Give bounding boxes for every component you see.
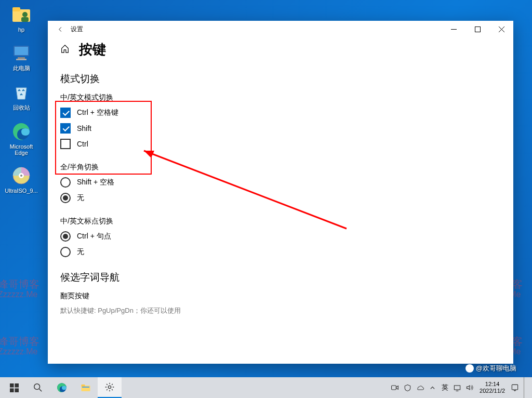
folder-user-icon bbox=[11, 4, 32, 25]
close-button[interactable] bbox=[489, 21, 513, 37]
taskbar-settings[interactable] bbox=[98, 377, 122, 398]
start-button[interactable] bbox=[2, 377, 26, 398]
svg-rect-21 bbox=[10, 388, 14, 392]
search-button[interactable] bbox=[26, 377, 50, 398]
desktop-icon-recycle-bin[interactable]: 回收站 bbox=[5, 82, 37, 112]
radio-shift-space[interactable]: Shift + 空格 bbox=[60, 177, 498, 188]
option-label: Shift bbox=[77, 124, 91, 132]
pageflip-hint: 默认快捷键: PgUp/PgDn；你还可以使用 bbox=[60, 306, 498, 315]
desktop-icon-label: 此电脑 bbox=[13, 64, 30, 72]
svg-rect-1 bbox=[12, 7, 20, 11]
option-label: Ctrl bbox=[77, 140, 88, 148]
group-cn-en-mode: 中/英文模式切换 Ctrl + 空格键 Shift Ctrl bbox=[60, 93, 498, 149]
tray-volume-icon[interactable] bbox=[464, 377, 475, 398]
page-title: 按键 bbox=[79, 41, 106, 59]
radio-icon bbox=[60, 193, 71, 203]
svg-point-2 bbox=[22, 12, 28, 17]
tray-onedrive-icon[interactable] bbox=[414, 377, 425, 398]
credit-badge: @欢哥聊电脑 bbox=[466, 364, 516, 373]
taskbar-file-explorer[interactable] bbox=[74, 377, 98, 398]
computer-icon bbox=[11, 42, 32, 63]
window-title: 设置 bbox=[71, 25, 83, 34]
svg-rect-27 bbox=[82, 384, 85, 387]
svg-point-29 bbox=[108, 386, 111, 388]
tray-chevron-up-icon[interactable] bbox=[427, 377, 438, 398]
section-heading-mode-switch: 模式切换 bbox=[60, 72, 498, 86]
svg-rect-20 bbox=[15, 383, 19, 388]
option-label: Ctrl + 空格键 bbox=[77, 108, 118, 117]
radio-icon bbox=[60, 231, 71, 242]
checkbox-shift[interactable]: Shift bbox=[60, 123, 498, 134]
checkbox-ctrl-space[interactable]: Ctrl + 空格键 bbox=[60, 108, 498, 118]
home-icon[interactable] bbox=[60, 44, 70, 56]
tray-meet-now-icon[interactable] bbox=[389, 377, 401, 398]
svg-rect-19 bbox=[10, 383, 14, 388]
watermark: F峰哥博客Zzzzzz.Me bbox=[0, 278, 39, 299]
option-label: Ctrl + 句点 bbox=[77, 232, 111, 241]
option-label: 无 bbox=[77, 193, 84, 203]
tray-ime-indicator[interactable]: 英 bbox=[439, 377, 450, 398]
svg-rect-14 bbox=[475, 26, 480, 32]
tray-date: 2022/11/2 bbox=[480, 388, 505, 394]
desktop-icon-label: UltraISO_9... bbox=[5, 188, 38, 194]
tray-notifications-icon[interactable] bbox=[509, 377, 521, 398]
svg-rect-31 bbox=[454, 386, 460, 390]
sub-heading-pageflip: 翻页按键 bbox=[60, 291, 498, 301]
desktop-icon-this-pc[interactable]: 此电脑 bbox=[5, 42, 37, 72]
svg-rect-30 bbox=[392, 386, 396, 390]
checkbox-icon bbox=[60, 123, 71, 134]
svg-rect-6 bbox=[18, 57, 25, 59]
tray-clock[interactable]: 12:14 2022/11/2 bbox=[476, 381, 508, 394]
disc-icon bbox=[11, 165, 32, 186]
minimize-button[interactable] bbox=[442, 21, 466, 37]
titlebar[interactable]: 设置 bbox=[48, 21, 513, 37]
svg-rect-28 bbox=[82, 387, 89, 388]
desktop-icon-label: 回收站 bbox=[13, 104, 30, 112]
settings-window: 设置 按键 模式切换 中/英文模式切换 Ctrl + 空格键 Shift Ctr… bbox=[48, 21, 513, 364]
sub-heading: 中/英文模式切换 bbox=[60, 93, 498, 102]
option-label: Shift + 空格 bbox=[77, 178, 114, 187]
section-heading-candidate-nav: 候选字词导航 bbox=[60, 271, 498, 284]
show-desktop-button[interactable] bbox=[524, 377, 527, 398]
radio-ctrl-period[interactable]: Ctrl + 句点 bbox=[60, 231, 498, 242]
option-label: 无 bbox=[77, 247, 84, 257]
group-full-half-width: 全/半角切换 Shift + 空格 无 bbox=[60, 163, 498, 203]
svg-rect-22 bbox=[15, 388, 19, 392]
svg-rect-33 bbox=[512, 384, 517, 390]
tray-time: 12:14 bbox=[485, 381, 500, 388]
desktop-icon-hp[interactable]: hp bbox=[5, 4, 37, 33]
recycle-bin-icon bbox=[11, 82, 32, 102]
paw-icon bbox=[466, 364, 474, 373]
svg-rect-3 bbox=[21, 17, 29, 22]
desktop-icons: hp 此电脑 回收站 Microsoft Edge UltraISO_9... bbox=[5, 4, 37, 194]
svg-point-23 bbox=[34, 384, 40, 390]
desktop-icon-label: Microsoft Edge bbox=[5, 143, 37, 156]
radio-none-punct[interactable]: 无 bbox=[60, 247, 498, 257]
desktop-icon-label: hp bbox=[18, 26, 24, 33]
radio-icon bbox=[60, 177, 71, 188]
radio-none-fw[interactable]: 无 bbox=[60, 193, 498, 203]
checkbox-icon bbox=[60, 108, 71, 118]
radio-icon bbox=[60, 247, 71, 257]
svg-rect-7 bbox=[16, 59, 26, 60]
back-button[interactable] bbox=[52, 21, 69, 37]
desktop-icon-edge[interactable]: Microsoft Edge bbox=[5, 121, 37, 156]
desktop-icon-ultraiso[interactable]: UltraISO_9... bbox=[5, 165, 37, 194]
sub-heading: 全/半角切换 bbox=[60, 163, 498, 172]
svg-line-24 bbox=[39, 389, 42, 392]
svg-point-12 bbox=[20, 175, 22, 177]
tray-security-icon[interactable] bbox=[402, 377, 413, 398]
group-punctuation-switch: 中/英文标点切换 Ctrl + 句点 无 bbox=[60, 217, 498, 257]
checkbox-ctrl[interactable]: Ctrl bbox=[60, 139, 498, 149]
desktop: hp 此电脑 回收站 Microsoft Edge UltraISO_9... bbox=[0, 0, 532, 398]
system-tray: 英 12:14 2022/11/2 bbox=[389, 377, 530, 398]
edge-icon bbox=[11, 121, 32, 142]
credit-text: @欢哥聊电脑 bbox=[476, 364, 516, 373]
tray-network-icon[interactable] bbox=[451, 377, 463, 398]
checkbox-icon bbox=[60, 139, 71, 149]
settings-content: 按键 模式切换 中/英文模式切换 Ctrl + 空格键 Shift Ctrl 全… bbox=[48, 37, 513, 364]
taskbar-edge[interactable] bbox=[50, 377, 74, 398]
maximize-button[interactable] bbox=[466, 21, 489, 37]
taskbar: 英 12:14 2022/11/2 bbox=[0, 377, 532, 398]
svg-rect-5 bbox=[15, 47, 28, 55]
